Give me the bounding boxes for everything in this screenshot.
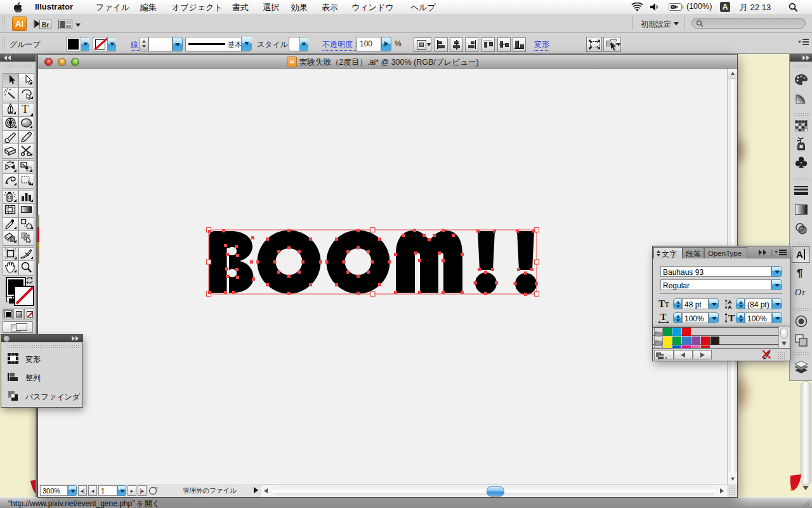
svg-text:A: A — [728, 304, 732, 309]
svg-text:T: T — [728, 313, 735, 323]
svg-text:T: T — [660, 312, 667, 322]
